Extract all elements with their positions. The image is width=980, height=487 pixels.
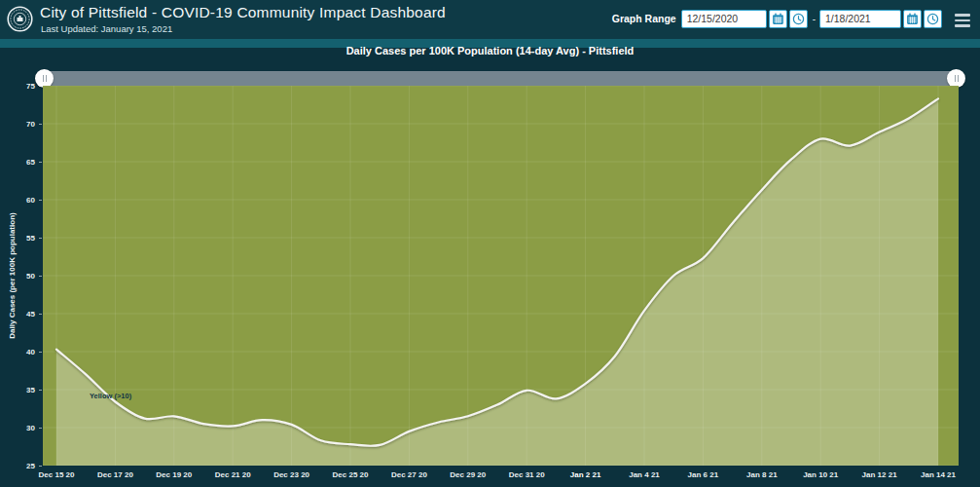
area-series	[56, 98, 938, 466]
graph-range-label: Graph Range	[612, 13, 676, 24]
range-end-date-input[interactable]	[819, 10, 901, 28]
x-axis-tick-label: Dec 23 20	[273, 470, 309, 479]
start-date-calendar-button[interactable]	[769, 10, 787, 28]
x-axis-tick-label: Dec 21 20	[215, 470, 251, 479]
y-axis-tick	[39, 390, 42, 391]
y-axis-tick-label: 30	[0, 424, 35, 432]
x-axis-tick-label: Jan 4 21	[629, 470, 660, 479]
x-axis-tick-label: Dec 29 20	[450, 470, 486, 479]
start-time-clock-button[interactable]	[789, 10, 808, 28]
time-range-slider-track[interactable]	[43, 71, 959, 86]
y-axis-tick-label: 65	[0, 158, 35, 167]
area-chart	[43, 86, 959, 466]
x-axis-tick-label: Jan 12 21	[862, 470, 897, 479]
page-title: City of Pittsfield - COVID-19 Community …	[40, 4, 446, 21]
range-separator: -	[813, 14, 816, 24]
header-bar: City of Pittsfield - COVID-19 Community …	[0, 0, 980, 39]
y-axis-tick	[39, 428, 42, 429]
chart-plot-area: Yellow (>10)	[43, 86, 959, 466]
x-axis-tick-label: Jan 14 21	[921, 470, 956, 479]
y-axis-tick	[39, 352, 42, 353]
y-axis-tick	[39, 466, 42, 467]
y-axis-tick	[39, 276, 42, 277]
zone-threshold-label: Yellow (>10)	[90, 392, 131, 400]
y-axis-tick-label: 45	[0, 310, 35, 318]
end-time-clock-button[interactable]	[924, 10, 942, 28]
x-axis-tick-label: Dec 27 20	[391, 470, 427, 479]
x-axis-tick-label: Jan 10 21	[803, 470, 838, 479]
end-date-calendar-button[interactable]	[903, 10, 922, 28]
y-axis-tick-label: 35	[0, 386, 35, 394]
calendar-icon	[906, 13, 919, 25]
y-axis-tick	[39, 314, 42, 315]
clock-icon	[926, 13, 939, 25]
x-axis-tick-label: Jan 8 21	[746, 470, 778, 479]
y-axis-tick	[39, 162, 42, 163]
chart-title: Daily Cases per 100K Population (14-day …	[0, 45, 980, 56]
hamburger-menu-icon[interactable]	[955, 12, 972, 29]
y-axis-tick	[39, 124, 42, 125]
y-axis-tick-label: 60	[0, 196, 35, 205]
y-axis-tick-label: 25	[0, 462, 35, 470]
y-axis-tick-label: 55	[0, 234, 35, 243]
range-start-date-input[interactable]	[681, 10, 767, 28]
x-axis-tick-label: Dec 25 20	[333, 470, 369, 479]
last-updated-text: Last Updated: January 15, 2021	[41, 23, 172, 34]
y-axis-tick-label: 40	[0, 348, 35, 356]
data-series	[56, 98, 938, 466]
x-axis-tick-label: Dec 17 20	[97, 470, 133, 479]
x-axis-tick-label: Dec 31 20	[509, 470, 545, 479]
y-axis-tick	[39, 86, 42, 87]
y-axis-tick-label: 75	[0, 82, 35, 91]
y-axis-tick	[39, 200, 42, 201]
x-axis-tick-label: Jan 6 21	[688, 470, 719, 479]
clock-icon	[792, 13, 805, 25]
y-axis-tick-label: 70	[0, 120, 35, 129]
x-axis-tick-label: Dec 15 20	[39, 470, 75, 479]
graph-range-controls: Graph Range -	[612, 8, 972, 29]
city-seal-logo	[7, 6, 33, 32]
calendar-icon	[772, 13, 784, 25]
x-axis-tick-label: Dec 19 20	[156, 470, 192, 479]
dashboard-screen: City of Pittsfield - COVID-19 Community …	[0, 0, 980, 487]
y-axis-tick-label: 50	[0, 272, 35, 281]
y-axis-tick	[39, 238, 42, 239]
x-axis-tick-label: Jan 2 21	[570, 470, 601, 479]
